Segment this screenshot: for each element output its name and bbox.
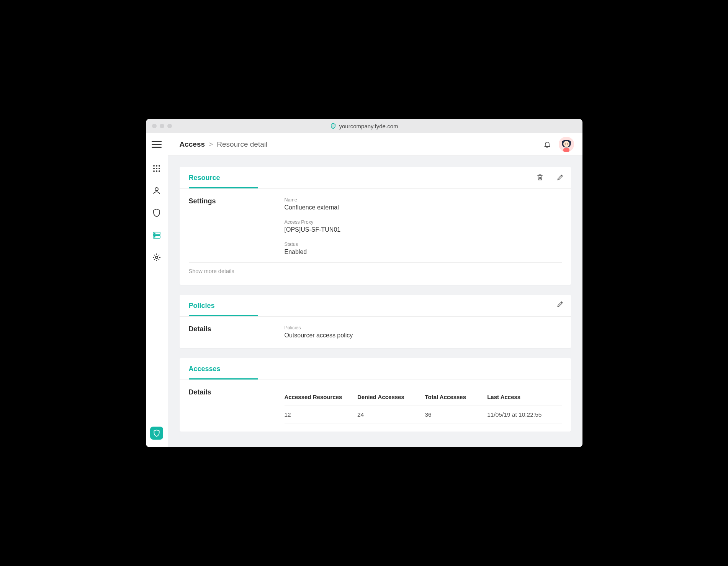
sidebar [146, 133, 168, 447]
policies-card-actions [556, 300, 564, 308]
field-name: Name Confluence external [285, 197, 562, 211]
cell-last-access: 11/05/19 at 10:22:55 [487, 411, 561, 418]
app-shell: Access > Resource detail [146, 133, 582, 447]
minimize-dot[interactable] [160, 124, 164, 128]
edit-button[interactable] [556, 173, 564, 181]
close-dot[interactable] [152, 124, 157, 128]
resource-section-label: Settings [189, 197, 285, 255]
col-denied-accesses: Denied Accesses [357, 394, 421, 400]
breadcrumb-leaf: Resource detail [217, 140, 267, 149]
topbar: Access > Resource detail [168, 133, 582, 155]
maximize-dot[interactable] [167, 124, 172, 128]
resource-card-body: Settings Name Confluence external Access… [180, 189, 571, 285]
svg-point-12 [154, 233, 155, 234]
svg-rect-17 [563, 148, 569, 152]
col-accessed-resources: Accessed Resources [285, 394, 353, 400]
breadcrumb-separator: > [209, 140, 213, 149]
cell-total-accesses: 36 [425, 411, 484, 418]
url-text: yourcompany.fyde.com [339, 123, 398, 129]
gear-icon[interactable] [152, 253, 161, 262]
svg-point-0 [153, 165, 155, 167]
svg-point-19 [567, 143, 568, 144]
resource-card-header: Resource [180, 167, 571, 189]
field-policies: Policies Outsourcer access policy [285, 325, 562, 339]
edit-policies-button[interactable] [556, 300, 564, 308]
policies-card-body: Details Policies Outsourcer access polic… [180, 317, 571, 348]
field-status: Status Enabled [285, 242, 562, 255]
field-name-label: Name [285, 197, 562, 203]
field-status-label: Status [285, 242, 562, 247]
resource-card-title: Resource [189, 174, 258, 188]
svg-point-8 [159, 170, 160, 172]
accesses-card-body: Details Accessed Resources Denied Access… [180, 380, 571, 432]
content: Resource [168, 155, 582, 443]
action-divider [550, 172, 550, 182]
svg-point-3 [153, 168, 155, 169]
field-policies-value: Outsourcer access policy [285, 332, 562, 339]
show-more-link[interactable]: Show more details [189, 263, 562, 281]
field-name-value: Confluence external [285, 204, 562, 211]
menu-toggle-button[interactable] [152, 141, 162, 148]
bell-icon[interactable] [543, 141, 551, 148]
svg-point-16 [563, 141, 569, 147]
accesses-card: Accesses Details Accessed Resources Deni… [180, 358, 571, 432]
delete-button[interactable] [536, 173, 544, 181]
accesses-card-header: Accesses [180, 358, 571, 380]
resource-card: Resource [180, 167, 571, 285]
field-proxy: Access Proxy [OPS]US-SF-TUN01 [285, 219, 562, 233]
grid-icon[interactable] [152, 164, 161, 173]
svg-point-4 [156, 168, 157, 169]
shield-icon[interactable] [152, 208, 161, 218]
svg-point-1 [156, 165, 157, 167]
svg-point-5 [159, 168, 160, 169]
window-controls[interactable] [146, 124, 172, 128]
field-status-value: Enabled [285, 249, 562, 255]
col-total-accesses: Total Accesses [425, 394, 484, 400]
svg-point-18 [564, 143, 566, 144]
shield-icon [330, 123, 336, 129]
breadcrumb-root[interactable]: Access [180, 140, 205, 149]
svg-point-14 [155, 256, 158, 258]
server-icon[interactable] [152, 231, 161, 240]
field-proxy-label: Access Proxy [285, 219, 562, 225]
policies-section-label: Details [189, 325, 285, 339]
policies-card-header: Policies [180, 295, 571, 317]
policies-card-title: Policies [189, 302, 258, 316]
cell-accessed-resources: 12 [285, 411, 353, 418]
breadcrumb: Access > Resource detail [180, 140, 268, 149]
col-last-access: Last Access [487, 394, 561, 400]
svg-point-7 [156, 170, 157, 172]
sidebar-nav [152, 164, 161, 262]
field-proxy-value: [OPS]US-SF-TUN01 [285, 226, 562, 233]
user-icon[interactable] [152, 186, 161, 195]
resource-card-actions [536, 172, 564, 182]
svg-point-9 [155, 188, 158, 191]
brand-badge [146, 427, 168, 440]
accesses-table-row: 12 24 36 11/05/19 at 10:22:55 [285, 406, 562, 424]
field-policies-label: Policies [285, 325, 562, 330]
address-bar: yourcompany.fyde.com [146, 123, 582, 129]
svg-point-13 [154, 236, 155, 237]
main-area: Access > Resource detail [168, 133, 582, 447]
accesses-card-title: Accesses [189, 365, 258, 380]
browser-window: yourcompany.fyde.com [146, 119, 582, 447]
svg-point-6 [153, 170, 155, 172]
svg-point-2 [159, 165, 160, 167]
policies-card: Policies Details [180, 295, 571, 348]
cell-denied-accesses: 24 [357, 411, 421, 418]
avatar[interactable] [559, 137, 574, 152]
accesses-section-label: Details [189, 388, 285, 396]
window-titlebar: yourcompany.fyde.com [146, 119, 582, 133]
accesses-table-head: Accessed Resources Denied Accesses Total… [285, 388, 562, 406]
